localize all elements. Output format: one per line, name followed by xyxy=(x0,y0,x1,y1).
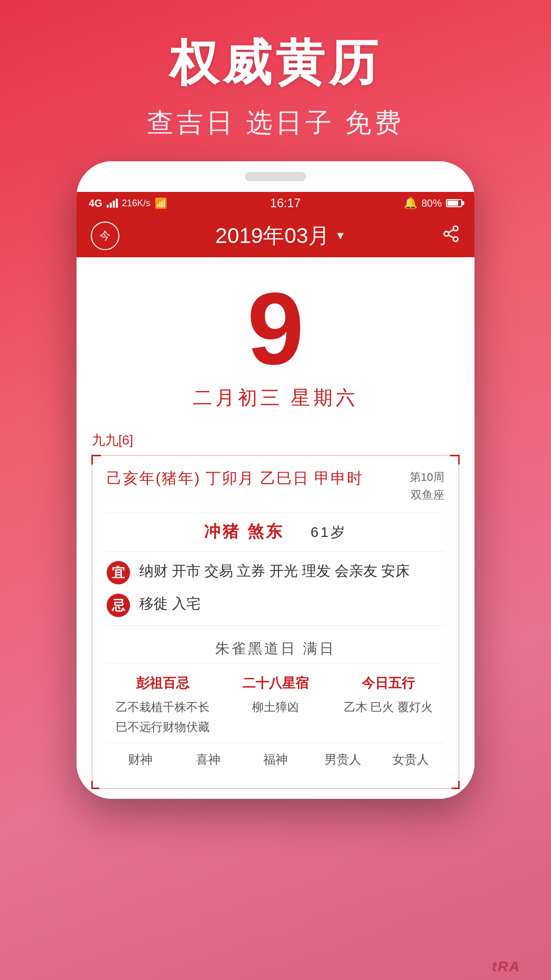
today-button[interactable]: 今 xyxy=(91,222,119,250)
svg-line-4 xyxy=(448,229,454,232)
five-columns: 财神 喜神 福神 男贵人 女贵人 xyxy=(107,743,444,776)
col2-title: 二十八星宿 xyxy=(219,674,332,692)
three-columns: 彭祖百忌 乙不栽植千株不长 巳不远行财物伏藏 二十八星宿 柳土獐凶 今日五行 乙… xyxy=(107,664,444,742)
ganzhi-row: 己亥年(猪年) 丁卯月 乙巳日 甲申时 第10周 双鱼座 xyxy=(107,468,444,512)
data-speed: 216K/s xyxy=(122,198,151,209)
wifi-icon: 📶 xyxy=(155,197,167,209)
signal-bars xyxy=(107,199,118,208)
ji-badge: 忌 xyxy=(107,594,130,617)
col1-title: 彭祖百忌 xyxy=(107,674,219,692)
footer-xisheng: 喜神 xyxy=(174,751,241,768)
col-wuxing: 今日五行 乙木 巳火 覆灯火 xyxy=(332,674,444,737)
black-day-row: 朱雀黑道日 满日 xyxy=(107,634,444,664)
speaker xyxy=(245,172,306,181)
col3-content: 乙木 巳火 覆灯火 xyxy=(332,697,444,717)
battery-icon xyxy=(446,199,462,207)
yi-row: 宜 纳财 开市 交易 立券 开光 理发 会亲友 安床 xyxy=(107,560,444,584)
alarm-icon: 🔔 xyxy=(404,197,417,210)
dropdown-arrow: ▼ xyxy=(335,229,346,242)
nine-nine-label: 九九[6] xyxy=(92,431,459,449)
ganzhi-main: 己亥年(猪年) 丁卯月 乙巳日 甲申时 xyxy=(107,468,363,489)
corner-br xyxy=(452,781,460,789)
col3-title: 今日五行 xyxy=(332,674,444,692)
app-header: 今 2019年03月 ▼ xyxy=(77,214,474,257)
ji-content: 移徙 入宅 xyxy=(139,593,444,616)
main-title: 权威黄历 xyxy=(0,31,551,97)
week-label: 第10周 xyxy=(410,468,444,486)
share-button[interactable] xyxy=(442,225,460,248)
footer-nvguiren: 女贵人 xyxy=(377,751,444,768)
col-28star: 二十八星宿 柳土獐凶 xyxy=(219,674,332,737)
ganzhi-sub: 第10周 双鱼座 xyxy=(410,468,444,504)
zodiac: 双鱼座 xyxy=(410,486,444,504)
status-time: 16:17 xyxy=(270,196,300,210)
almanac-section: 九九[6] 己亥年(猪年) 丁卯月 乙巳日 甲申时 第10周 双鱼座 xyxy=(77,421,474,799)
divider-1 xyxy=(107,625,444,626)
footer-nanguiren: 男贵人 xyxy=(309,751,377,768)
sub-title: 查吉日 选日子 免费 xyxy=(0,105,551,141)
phone-top-bar xyxy=(77,161,474,192)
clash-row: 冲猪 煞东 61岁 xyxy=(107,521,444,552)
tra-label: tRA xyxy=(492,959,520,975)
lunar-date: 二月初三 星期六 xyxy=(92,385,459,411)
svg-line-3 xyxy=(448,235,454,238)
corner-bl xyxy=(91,781,99,789)
month-selector[interactable]: 2019年03月 ▼ xyxy=(215,222,346,250)
col-pengzu: 彭祖百忌 乙不栽植千株不长 巳不远行财物伏藏 xyxy=(107,674,219,737)
yi-ji-section: 宜 纳财 开市 交易 立券 开光 理发 会亲友 安床 忌 移徙 入宅 xyxy=(107,560,444,617)
background: 权威黄历 查吉日 选日子 免费 4G 216K/s 📶 16:17 xyxy=(0,0,551,980)
status-bar: 4G 216K/s 📶 16:17 🔔 80% xyxy=(77,192,474,214)
yi-content: 纳财 开市 交易 立券 开光 理发 会亲友 安床 xyxy=(139,560,444,583)
signal-label: 4G xyxy=(89,198,103,209)
ji-row: 忌 移徙 入宅 xyxy=(107,593,444,617)
top-section: 权威黄历 查吉日 选日子 免费 xyxy=(0,0,551,161)
clash-age: 61岁 xyxy=(311,524,347,540)
yi-badge: 宜 xyxy=(107,561,130,584)
col1-line1: 乙不栽植千株不长 xyxy=(107,697,219,717)
clash-text: 冲猪 煞东 xyxy=(204,522,284,541)
big-date-section: 9 二月初三 星期六 xyxy=(77,257,474,421)
battery-pct: 80% xyxy=(421,198,442,209)
month-display: 2019年03月 xyxy=(215,222,330,250)
day-number: 9 xyxy=(92,278,459,380)
col2-content: 柳土獐凶 xyxy=(219,697,332,717)
col1-line2: 巳不远行财物伏藏 xyxy=(107,717,219,737)
calendar-body: 9 二月初三 星期六 九九[6] 己亥年(猪年) 丁卯月 乙巳日 甲申时 第10… xyxy=(77,257,474,799)
almanac-card: 己亥年(猪年) 丁卯月 乙巳日 甲申时 第10周 双鱼座 冲猪 煞东 61岁 xyxy=(92,455,459,789)
footer-caisheng: 财神 xyxy=(107,751,174,768)
phone-frame: 4G 216K/s 📶 16:17 🔔 80% 今 xyxy=(77,161,474,799)
footer-fusheng: 福神 xyxy=(242,751,309,768)
